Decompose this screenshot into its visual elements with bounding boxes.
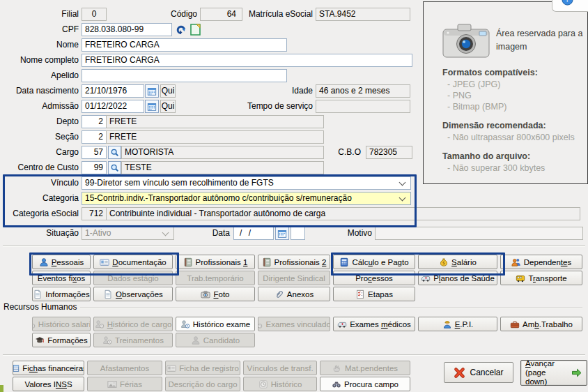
button-processos[interactable]: Processos (333, 271, 415, 285)
cpf-field[interactable]: 828.038.080-99 (82, 23, 172, 36)
button-etapas[interactable]: Etapas (333, 287, 415, 301)
button-mat-pendentes: Mat.pendentes (320, 361, 410, 375)
secao-label: Seção (2, 130, 79, 144)
button-exames-medicos[interactable]: Exames médicos (333, 317, 415, 331)
centro-custo-label: Centro de Custo (2, 161, 79, 174)
rh-row-1: Histórico salarialHistórico de cargoHist… (32, 317, 582, 331)
apelido-field[interactable] (82, 69, 287, 82)
button-formacoes[interactable]: Formações (32, 333, 91, 347)
filial-field: 0 (82, 8, 107, 21)
button-transporte[interactable]: Transporte (500, 271, 582, 285)
button-fichas-financeiras[interactable]: Fichas financeiras (13, 361, 84, 375)
id-card-icon (100, 257, 109, 267)
button-label: Profissionais 2 (274, 258, 327, 266)
cbo-field: 782305 (366, 146, 412, 159)
tab-row-3: InformaçõesObservaçõesFotoAnexosEtapas (32, 287, 582, 301)
button-dependentes[interactable]: Dependentes (500, 255, 582, 269)
vinculo-label: Vínculo (2, 176, 79, 190)
admissao-field[interactable]: 01/12/2022 (82, 100, 144, 113)
data-field[interactable]: / / (233, 227, 274, 240)
motivo-field[interactable] (375, 227, 583, 240)
cargo-label: Cargo (2, 146, 79, 159)
button-label: Eventos fixos (38, 274, 85, 282)
button-anexos[interactable]: Anexos (258, 287, 330, 301)
weekday-box: Qui (160, 84, 176, 98)
data-nascimento-field[interactable]: 21/10/1976 (82, 84, 144, 98)
button-calculo-e-pagto[interactable]: Cálculo e Pagto (333, 255, 415, 269)
calendar-icon[interactable] (145, 84, 159, 98)
cancel-button[interactable]: Cancelar (444, 362, 513, 383)
button-vinculos-de-transf: Vínculos de transf. (243, 361, 317, 375)
button-label: Procura campo (344, 380, 399, 389)
vinculo-combo[interactable]: 99-Diretor sem vínculo sem recolhimento … (82, 176, 411, 190)
button-informacoes[interactable]: Informações (32, 287, 91, 301)
filial-label: Filial (2, 8, 79, 21)
button-procura-campo[interactable]: Procura campo (320, 377, 410, 391)
magnifier-icon[interactable] (108, 161, 121, 174)
button-label: Histórico exame (193, 320, 250, 329)
history-icon (95, 319, 105, 329)
button-foto[interactable]: Foto (176, 287, 255, 301)
photo-panel: Área reservada para a imagem Formatos co… (423, 1, 588, 184)
bottom-row-1: Fichas financeirasAfastamentosFicha de r… (13, 361, 410, 375)
button-pessoais[interactable]: Pessoais (32, 255, 91, 269)
apelido-label: Apelido (2, 69, 79, 82)
nome-completo-field[interactable]: FRETEIRO CARGA (82, 54, 412, 67)
button-label: Observações (116, 290, 163, 299)
help-icon[interactable]: ? (562, 0, 573, 6)
history-icon (32, 319, 36, 329)
motivo-label: Motivo (341, 227, 372, 240)
button-exames-vinculados: Exames vinculados (258, 317, 330, 331)
panel-section-title: Dimensão recomendada: (442, 121, 586, 130)
centro-custo-code-field[interactable]: 99 (82, 161, 107, 174)
esocial-icon[interactable] (176, 24, 187, 36)
button-planos-de-saude[interactable]: Planos de Saúde (418, 271, 497, 285)
data-nascimento-label: Data nascimento (2, 84, 79, 98)
button-label: Formações (47, 336, 88, 345)
button-label: E.P.I. (455, 320, 474, 329)
table-icon (13, 363, 20, 373)
bus-icon (516, 273, 525, 283)
calendar-icon[interactable] (275, 227, 289, 240)
button-salario[interactable]: $Salário (418, 255, 497, 269)
nome-field[interactable]: FRETEIRO CARGA (82, 38, 287, 52)
button-historico-exame[interactable]: Histórico exame (176, 317, 255, 331)
button-eventos-fixos[interactable]: Eventos fixos (32, 271, 91, 285)
admissao-label: Admissão (2, 100, 79, 113)
button-label: Histórico de cargo (107, 320, 172, 329)
categoria-combo[interactable]: 15-Contrib.indiv.-Transportador autônomo… (82, 192, 411, 205)
button-label: Trab.temporário (187, 274, 243, 282)
situacao-value: 1-Ativo (85, 227, 160, 239)
green-doc-icon[interactable] (189, 23, 201, 36)
calendar-icon[interactable] (145, 100, 159, 113)
page-icon (103, 289, 113, 299)
chevron-down-icon (162, 229, 169, 236)
codigo-label: Código (130, 8, 197, 21)
idade-label: Idade (237, 84, 313, 98)
button-candidato: Candidato (176, 333, 255, 347)
chevron-down-icon (399, 179, 406, 186)
button-profissionais-1[interactable]: Profissionais 1 (176, 255, 255, 269)
depto-code-field[interactable]: 2 (82, 115, 107, 128)
rh-group-title: Recursos Humanos (3, 302, 80, 312)
depto-desc-field: FRETE (106, 115, 324, 128)
panel-section: Formatos compatíveis:- JPEG (JPG)- PNG- … (442, 68, 586, 112)
button-observacoes[interactable]: Observações (93, 287, 173, 301)
button-dados-estagio: Dados estágio (93, 271, 173, 285)
cargo-code-field[interactable]: 57 (82, 146, 107, 159)
button-label: Documentação (112, 258, 166, 266)
button-epi[interactable]: E.P.I. (418, 317, 497, 331)
panel-section-item: - PNG (442, 90, 586, 101)
advance-button[interactable]: Avançar (page down) (520, 360, 587, 386)
button-valores-inss[interactable]: Valores INSS (13, 377, 84, 391)
button-profissionais-2[interactable]: Profissionais 2 (258, 255, 330, 269)
button-documentacao[interactable]: Documentação (93, 255, 173, 269)
button-amb-trabalho[interactable]: Amb.Trabalho (500, 317, 582, 331)
button-label: Ficha de registro (179, 364, 239, 372)
button-label: Salário (451, 258, 477, 266)
button-label: Exames vinculados (265, 320, 330, 329)
magnifier-icon[interactable] (108, 146, 121, 159)
secao-code-field[interactable]: 2 (82, 130, 107, 144)
cpf-label: CPF (2, 23, 79, 36)
button-label: Afastamentos (100, 364, 149, 372)
